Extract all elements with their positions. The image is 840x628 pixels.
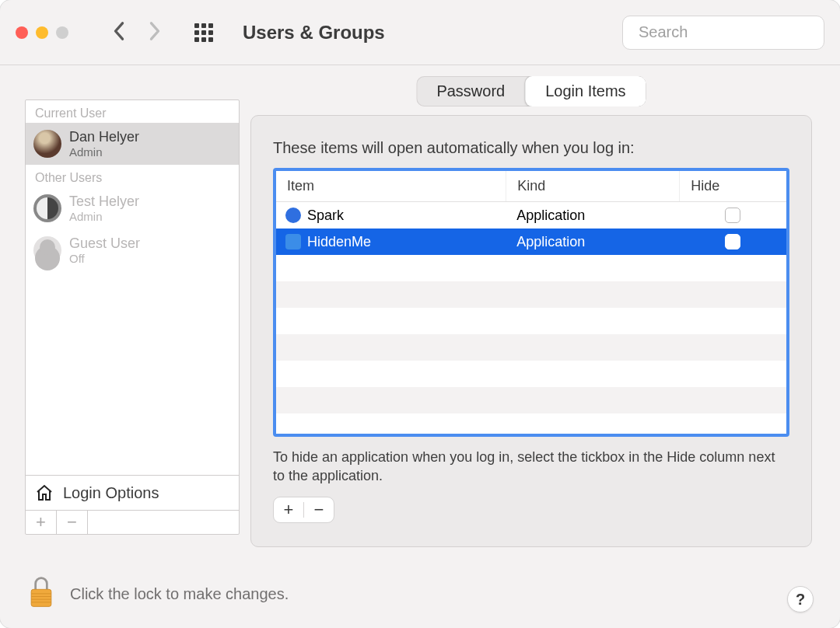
tab-password[interactable]: Password	[416, 76, 525, 106]
user-role-label: Admin	[69, 145, 139, 159]
lock-button[interactable]	[26, 575, 56, 612]
remove-user-button[interactable]: −	[57, 511, 88, 534]
app-icon	[285, 208, 301, 223]
zoom-window-button[interactable]	[56, 26, 68, 39]
footer: Click the lock to make changes. ?	[26, 575, 814, 612]
lock-label: Click the lock to make changes.	[70, 585, 289, 603]
user-name-label: Guest User	[69, 236, 140, 252]
item-name-label: Spark	[307, 208, 344, 224]
login-options-label: Login Options	[63, 484, 159, 502]
tab-login-items[interactable]: Login Items	[525, 76, 646, 106]
remove-login-item-button[interactable]: −	[304, 500, 334, 520]
panel-subtitle: These items will open automatically when…	[273, 139, 789, 157]
hide-checkbox[interactable]	[725, 208, 740, 223]
search-input[interactable]	[639, 23, 835, 41]
home-icon	[35, 483, 54, 502]
sidebar-user-current[interactable]: Dan Helyer Admin	[26, 123, 239, 165]
item-kind-label: Application	[506, 208, 679, 224]
hide-checkbox[interactable]	[725, 234, 740, 249]
chevron-left-icon	[112, 20, 126, 42]
show-all-prefs-button[interactable]	[194, 23, 213, 42]
table-row[interactable]: Spark Application	[276, 202, 786, 229]
column-header-hide[interactable]: Hide	[679, 171, 740, 201]
user-name-label: Dan Helyer	[69, 129, 139, 145]
login-items-add-remove: + −	[273, 497, 334, 523]
item-kind-label: Application	[506, 234, 679, 250]
chevron-right-icon	[148, 20, 162, 42]
sidebar-add-remove-row: + −	[26, 510, 239, 534]
search-field[interactable]	[622, 16, 824, 50]
table-body: Spark Application HiddenMe Application	[276, 202, 786, 413]
sidebar-user-other-0[interactable]: Test Helyer Admin	[26, 187, 239, 229]
table-row[interactable]: HiddenMe Application	[276, 229, 786, 255]
preferences-window: Users & Groups Current User Dan Helyer A…	[0, 0, 840, 628]
other-users-section-label: Other Users	[26, 165, 239, 187]
login-options-button[interactable]: Login Options	[26, 475, 239, 510]
help-button[interactable]: ?	[787, 586, 814, 612]
app-icon	[285, 234, 301, 249]
page-title: Users & Groups	[243, 22, 385, 44]
item-name-label: HiddenMe	[307, 234, 371, 250]
add-user-button[interactable]: +	[26, 511, 57, 534]
minimize-window-button[interactable]	[36, 26, 48, 39]
back-button[interactable]	[112, 20, 126, 45]
panel-note: To hide an application when you log in, …	[273, 448, 789, 486]
lock-icon	[26, 575, 56, 609]
current-user-section-label: Current User	[26, 100, 239, 123]
column-header-kind[interactable]: Kind	[506, 171, 679, 201]
svg-rect-1	[31, 589, 51, 606]
table-header-row: Item Kind Hide	[276, 171, 786, 202]
toolbar: Users & Groups	[0, 0, 840, 65]
close-window-button[interactable]	[16, 26, 28, 39]
users-sidebar: Current User Dan Helyer Admin Other User…	[25, 99, 240, 535]
login-items-table[interactable]: Item Kind Hide Spark Application	[273, 168, 789, 437]
window-controls	[16, 26, 68, 39]
column-header-item[interactable]: Item	[276, 178, 506, 194]
user-role-label: Admin	[69, 210, 139, 223]
tab-bar: Password Login Items	[416, 76, 646, 106]
forward-button	[148, 20, 162, 45]
avatar-icon	[33, 236, 61, 264]
avatar-icon	[33, 194, 61, 222]
main-panel-container: Password Login Items These items will op…	[250, 99, 812, 547]
user-name-label: Test Helyer	[69, 194, 139, 210]
content-area: Current User Dan Helyer Admin Other User…	[0, 65, 840, 563]
login-items-panel: These items will open automatically when…	[250, 115, 812, 547]
nav-arrows	[112, 20, 162, 45]
add-login-item-button[interactable]: +	[274, 500, 303, 520]
user-role-label: Off	[69, 252, 140, 265]
avatar-icon	[33, 130, 61, 158]
sidebar-user-other-1[interactable]: Guest User Off	[26, 229, 239, 271]
